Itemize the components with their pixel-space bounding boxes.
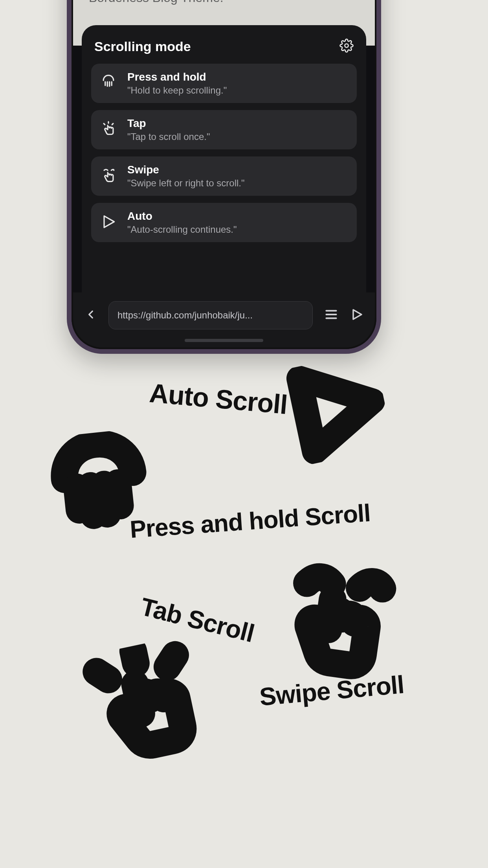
option-title: Auto [127,210,237,223]
option-texts: Press and hold "Hold to keep scrolling." [127,71,227,96]
annotation-press-hold-scroll: Press and hold Scroll [129,499,371,544]
play-icon [277,351,394,469]
option-desc: "Hold to keep scrolling." [127,85,227,96]
option-title: Swipe [127,164,244,176]
home-indicator[interactable] [185,339,263,342]
back-button[interactable] [84,308,97,323]
sheet-header: Scrolling mode [91,36,357,64]
option-desc: "Tap to scroll once." [127,131,210,142]
background-page-text: Borderless Blog Theme. [89,0,224,5]
option-swipe[interactable]: Swipe "Swipe left or right to scroll." [91,156,357,196]
play-icon [100,213,117,232]
option-press-and-hold[interactable]: Press and hold "Hold to keep scrolling." [91,64,357,103]
press-and-hold-icon [37,427,163,554]
svg-point-0 [345,44,349,48]
option-title: Press and hold [127,71,227,83]
option-texts: Auto "Auto-scrolling continues." [127,210,237,235]
option-title: Tap [127,117,210,130]
press-and-hold-icon [100,74,117,93]
option-texts: Swipe "Swipe left or right to scroll." [127,164,244,189]
svg-marker-6 [299,364,380,451]
option-tap[interactable]: Tap "Tap to scroll once." [91,110,357,149]
option-desc: "Swipe left or right to scroll." [127,178,244,189]
play-button[interactable] [350,307,364,323]
annotation-auto-scroll: Auto Scroll [148,377,288,420]
url-text: https://github.com/junhobaik/ju... [117,310,253,321]
option-auto[interactable]: Auto "Auto-scrolling continues." [91,203,357,242]
svg-marker-5 [353,310,361,319]
phone-screen: Borderless Blog Theme. Scrolling mode [72,0,376,349]
swipe-icon [100,167,117,186]
sheet-title: Scrolling mode [94,39,191,54]
swipe-icon [263,554,405,697]
gear-icon[interactable] [339,39,354,54]
phone-frame: Borderless Blog Theme. Scrolling mode [67,0,381,354]
tap-icon [100,120,117,139]
svg-marker-1 [104,216,114,227]
url-bar[interactable]: https://github.com/junhobaik/ju... [108,301,313,329]
option-desc: "Auto-scrolling continues." [127,224,237,235]
tap-icon [71,633,220,783]
menu-button[interactable] [324,307,339,324]
annotation-tab-scroll: Tab Scroll [138,592,257,648]
option-texts: Tap "Tap to scroll once." [127,117,210,142]
